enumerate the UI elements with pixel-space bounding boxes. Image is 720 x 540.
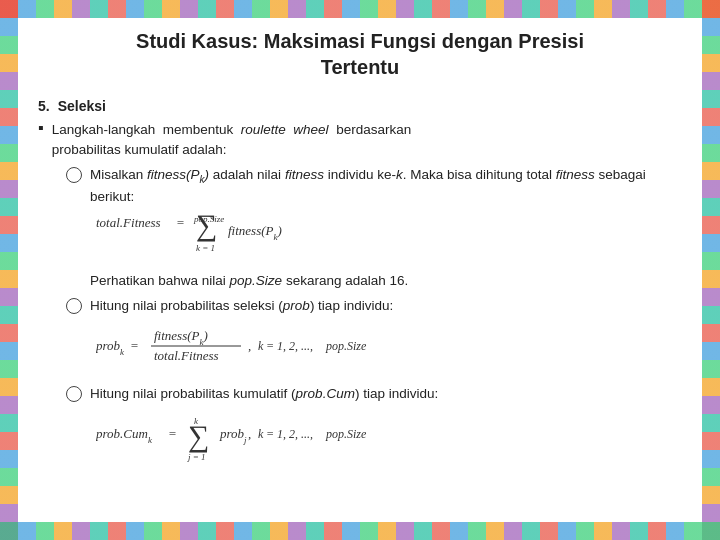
- title-line1: Studi Kasus: Maksimasi Fungsi dengan Pre…: [136, 30, 584, 52]
- svg-text:=: =: [130, 338, 139, 353]
- svg-text:,: ,: [248, 338, 251, 353]
- formula-probcum: prob.Cumk = ∑ k j = 1 probj , k = 1, 2, …: [86, 410, 682, 466]
- svg-text:fitness(Pk): fitness(Pk): [154, 328, 208, 347]
- svg-text:probj: probj: [219, 426, 247, 445]
- svg-text:total.Fitness: total.Fitness: [96, 215, 161, 230]
- formula-svg-2: probk = fitness(Pk) total.Fitness , k = …: [96, 322, 436, 378]
- svg-text:= 1, 2, ...,: = 1, 2, ...,: [266, 427, 313, 441]
- svg-text:pop.Size: pop.Size: [193, 214, 224, 224]
- title-line2: Tertentu: [321, 56, 400, 78]
- bullet-symbol: ▪: [38, 119, 44, 137]
- svg-text:probk: probk: [96, 338, 125, 357]
- section-number: 5.: [38, 98, 50, 114]
- section-label: Seleksi: [58, 98, 106, 114]
- svg-text:k: k: [258, 427, 264, 441]
- sub-text-b: Hitung nilai probabilitas seleksi (prob)…: [90, 296, 682, 316]
- svg-text:total.Fitness: total.Fitness: [154, 348, 219, 363]
- sub-text-a: Misalkan fitness(Pk) adalah nilai fitnes…: [90, 165, 682, 207]
- svg-text:,: ,: [248, 426, 251, 441]
- sub-list: Misalkan fitness(Pk) adalah nilai fitnes…: [66, 165, 682, 465]
- svg-text:=: =: [168, 426, 177, 441]
- svg-text:fitness(Pk): fitness(Pk): [228, 223, 282, 242]
- page-title: Studi Kasus: Maksimasi Fungsi dengan Pre…: [38, 28, 682, 84]
- sub-text-c: Hitung nilai probabilitas kumulatif (pro…: [90, 384, 682, 404]
- svg-text:k: k: [258, 339, 264, 353]
- formula-prob: probk = fitness(Pk) total.Fitness , k = …: [86, 322, 682, 378]
- note-popsize: Perhatikan bahwa nilai pop.Size sekarang…: [90, 271, 682, 291]
- bullet-text-roulette: Langkah-langkah membentuk roulette wheel…: [52, 120, 412, 159]
- border-top: [0, 0, 720, 18]
- svg-text:=: =: [176, 215, 185, 230]
- svg-text:= 1, 2, ...,: = 1, 2, ...,: [266, 339, 313, 353]
- formula-svg-1: total.Fitness = ∑ pop.Size k = 1 fitness…: [96, 213, 376, 265]
- svg-text:pop.Size: pop.Size: [325, 339, 367, 353]
- sub-item-c: Hitung nilai probabilitas kumulatif (pro…: [66, 384, 682, 404]
- border-left: [0, 0, 18, 540]
- svg-text:prob.Cumk: prob.Cumk: [96, 426, 153, 445]
- svg-text:k = 1: k = 1: [196, 243, 215, 253]
- sub-item-b: Hitung nilai probabilitas seleksi (prob)…: [66, 296, 682, 316]
- border-right: [702, 0, 720, 540]
- formula-svg-3: prob.Cumk = ∑ k j = 1 probj , k = 1, 2, …: [96, 410, 456, 466]
- main-content: Studi Kasus: Maksimasi Fungsi dengan Pre…: [18, 18, 702, 522]
- circle-bullet-b: [66, 298, 82, 314]
- bullet-item-roulette: ▪ Langkah-langkah membentuk roulette whe…: [38, 120, 682, 159]
- border-bottom: [0, 522, 720, 540]
- svg-text:j = 1: j = 1: [187, 452, 206, 462]
- sub-item-a: Misalkan fitness(Pk) adalah nilai fitnes…: [66, 165, 682, 207]
- circle-bullet-c: [66, 386, 82, 402]
- svg-text:pop.Size: pop.Size: [325, 427, 367, 441]
- circle-bullet-a: [66, 167, 82, 183]
- svg-text:∑: ∑: [188, 419, 209, 453]
- formula-total-fitness: total.Fitness = ∑ pop.Size k = 1 fitness…: [86, 213, 682, 265]
